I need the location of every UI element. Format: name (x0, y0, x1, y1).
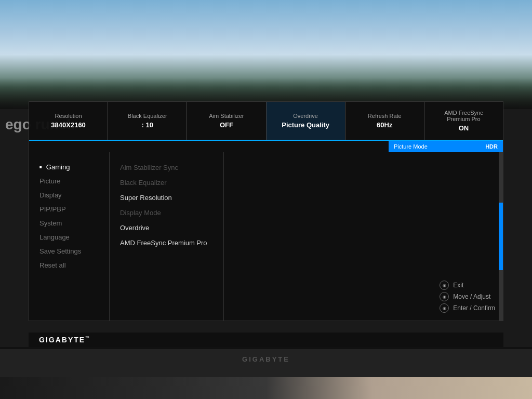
nav-save-settings[interactable]: Save Settings (29, 244, 109, 258)
refresh-rate-value: 60Hz (377, 121, 392, 129)
exit-label: Exit (453, 282, 463, 289)
status-resolution[interactable]: Resolution 3840X2160 (29, 102, 108, 140)
nav-system[interactable]: System (29, 216, 109, 230)
aim-stabilizer-value: OFF (220, 121, 233, 129)
scroll-bar[interactable] (499, 152, 503, 321)
nav-gaming-label: Gaming (46, 163, 70, 171)
nav-system-label: System (39, 219, 62, 227)
amd-freesync-label: AMD FreeSync Premium Pro (120, 239, 207, 247)
nav-gaming[interactable]: Gaming (29, 160, 109, 174)
move-label: Move / Adjust (453, 293, 490, 300)
control-exit: ◉ Exit (440, 281, 495, 290)
bottom-bar: GIGABYTE™ (29, 332, 503, 347)
menu-amd-freesync[interactable]: AMD FreeSync Premium Pro (110, 235, 223, 250)
nav-language[interactable]: Language (29, 230, 109, 244)
cable-area (0, 377, 532, 399)
black-equalizer-menu-label: Black Equalizer (120, 179, 167, 187)
enter-icon: ◉ (440, 303, 449, 313)
menu-display-mode[interactable]: Display Mode (110, 205, 223, 220)
resolution-value: 3840X2160 (51, 121, 86, 129)
overdrive-label: Overdrive (293, 113, 318, 119)
status-refresh-rate[interactable]: Refresh Rate 60Hz (345, 102, 424, 140)
nav-display-label: Display (39, 191, 62, 199)
aim-stabilizer-sync-label: Aim Stabilizer Sync (120, 164, 178, 171)
nav-pip-pbp[interactable]: PIP/PBP (29, 202, 109, 216)
move-icon: ◉ (440, 292, 449, 301)
freesync-label: AMD FreeSync Premium Pro (444, 110, 483, 122)
nav-reset-all-label: Reset all (39, 261, 66, 269)
status-black-equalizer[interactable]: Black Equalizer : 10 (108, 102, 187, 140)
super-resolution-label: Super Resolution (120, 194, 172, 202)
nav-picture[interactable]: Picture (29, 174, 109, 188)
nav-picture-label: Picture (39, 177, 60, 185)
osd-overlay: Resolution 3840X2160 Black Equalizer : 1… (29, 101, 503, 321)
exit-icon: ◉ (440, 281, 449, 290)
game-background (0, 0, 532, 109)
refresh-rate-label: Refresh Rate (368, 113, 402, 119)
nav-language-label: Language (39, 233, 70, 241)
menu-area: Gaming Picture Display PIP/PBP System La… (29, 152, 503, 321)
middle-menu: Aim Stabilizer Sync Black Equalizer Supe… (110, 152, 224, 321)
controls-help: ◉ Exit ◉ Move / Adjust ◉ Enter / Confirm (440, 281, 495, 313)
menu-overdrive[interactable]: Overdrive (110, 220, 223, 235)
status-bar: Resolution 3840X2160 Black Equalizer : 1… (29, 102, 503, 141)
left-nav: Gaming Picture Display PIP/PBP System La… (29, 152, 110, 321)
accent-bar: Picture Mode HDR (389, 141, 503, 152)
nav-reset-all[interactable]: Reset all (29, 258, 109, 272)
black-equalizer-label: Black Equalizer (128, 113, 167, 119)
overdrive-menu-label: Overdrive (120, 224, 149, 232)
scroll-thumb (499, 203, 503, 270)
status-freesync[interactable]: AMD FreeSync Premium Pro ON (424, 102, 503, 140)
enter-label: Enter / Confirm (453, 304, 495, 312)
black-equalizer-value: : 10 (142, 121, 153, 129)
menu-aim-stabilizer-sync[interactable]: Aim Stabilizer Sync (110, 160, 223, 175)
right-panel: ◉ Exit ◉ Move / Adjust ◉ Enter / Confirm (224, 152, 503, 321)
accent-bar-row: Picture Mode HDR (29, 141, 503, 152)
menu-super-resolution[interactable]: Super Resolution (110, 190, 223, 205)
nav-save-settings-label: Save Settings (39, 247, 81, 255)
display-mode-label: Display Mode (120, 209, 161, 217)
picture-mode-label: Picture Mode (394, 143, 428, 150)
gigabyte-logo: GIGABYTE™ (39, 336, 90, 344)
status-overdrive[interactable]: Overdrive Picture Quality (267, 102, 345, 140)
freesync-value: ON (459, 124, 469, 132)
menu-black-equalizer[interactable]: Black Equalizer (110, 175, 223, 190)
overdrive-value: Picture Quality (282, 121, 329, 129)
status-aim-stabilizer[interactable]: Aim Stabilizer OFF (187, 102, 266, 140)
nav-display[interactable]: Display (29, 188, 109, 202)
aim-stabilizer-label: Aim Stabilizer (209, 113, 244, 119)
resolution-label: Resolution (55, 113, 82, 119)
picture-mode-value: HDR (485, 143, 498, 150)
nav-pip-pbp-label: PIP/PBP (39, 205, 66, 213)
control-move: ◉ Move / Adjust (440, 292, 495, 301)
monitor-label: GIGABYTE (0, 349, 532, 363)
control-enter: ◉ Enter / Confirm (440, 303, 495, 313)
